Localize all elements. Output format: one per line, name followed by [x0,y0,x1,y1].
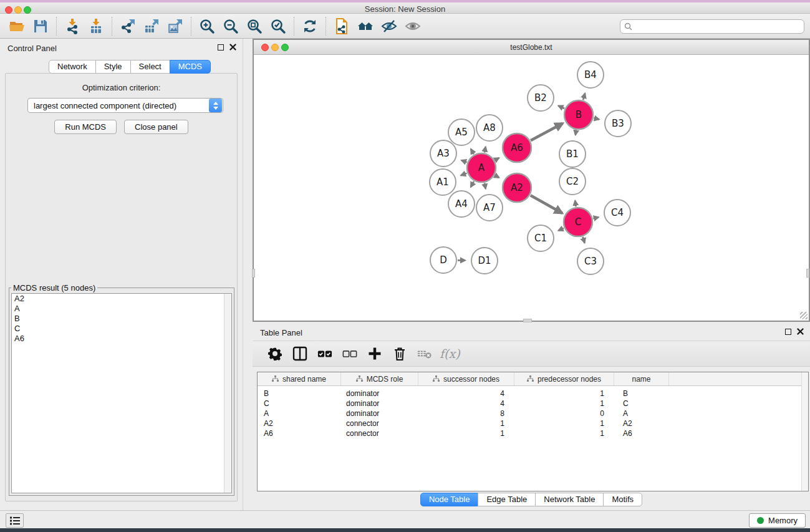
resize-grip[interactable] [800,312,808,319]
table-cell[interactable]: 4 [418,399,514,409]
table-cell[interactable]: B [258,389,341,399]
table-cell[interactable]: connector [341,428,418,438]
table-cell[interactable]: dominator [341,399,418,409]
graph-edge-A-A8[interactable] [485,147,486,152]
close-panel-icon[interactable] [229,44,236,51]
network-from-file-button[interactable] [330,16,354,37]
show-graphics-details-button[interactable] [401,16,425,37]
tab-mcds[interactable]: MCDS [170,60,211,74]
graph-node-A6[interactable]: A6 [503,133,531,162]
table-cell[interactable]: 1 [418,418,514,428]
tab-network[interactable]: Network [49,60,96,74]
graph-node-B1[interactable]: B1 [559,141,586,167]
table-cell[interactable]: A2 [614,418,669,428]
float-panel-icon[interactable] [218,44,224,51]
table-cell[interactable]: C [614,399,669,409]
mcds-result-list[interactable]: A2ABCA6 [11,293,232,493]
graph-edge-C-C1[interactable] [558,228,564,231]
import-table-button[interactable] [84,16,108,37]
column-layout-button[interactable] [287,344,312,364]
graph-edge-A-A4[interactable] [471,181,474,187]
splitter-handle-bottom[interactable] [523,319,532,322]
zoom-selected-button[interactable] [266,16,290,37]
graph-edge-A-A3[interactable] [461,160,467,162]
graph-edge-A-A5[interactable] [471,149,474,154]
export-network-button[interactable] [116,16,140,37]
table-cell[interactable]: A [614,409,669,418]
tab-node-table[interactable]: Node Table [420,493,479,506]
graph-node-A7[interactable]: A7 [476,195,503,221]
graph-node-C3[interactable]: C3 [577,248,604,274]
table-row[interactable]: Cdominator41C [258,399,808,409]
table-scrollbar[interactable] [801,372,808,491]
criterion-dropdown[interactable]: largest connected component (directed) [27,98,223,113]
hide-graphics-details-button[interactable] [377,16,401,37]
tab-edge-table[interactable]: Edge Table [478,493,536,506]
refresh-button[interactable] [298,16,322,37]
table-cell[interactable]: 1 [514,389,614,399]
table-cell[interactable]: C [258,399,341,409]
table-row[interactable]: Bdominator41B [258,389,808,399]
zoom-out-button[interactable] [219,16,243,37]
table-cell[interactable]: 1 [514,428,614,438]
table-row[interactable]: A6connector11A6 [258,428,808,438]
export-table-button[interactable] [140,16,163,37]
zoom-in-button[interactable] [195,16,219,37]
graph-node-A3[interactable]: A3 [430,140,456,167]
column-header-predecessor-nodes[interactable]: predecessor nodes [514,372,614,385]
table-cell[interactable]: A2 [258,418,341,428]
table-row[interactable]: A2connector11A2 [258,418,808,428]
import-network-button[interactable] [60,16,84,37]
select-all-button[interactable] [312,344,337,364]
graph-edge-C-C4[interactable] [593,217,599,218]
export-image-button[interactable] [163,16,187,37]
graph-edge-B-B1[interactable] [576,130,576,135]
home-button[interactable] [354,16,377,37]
graph-node-A5[interactable]: A5 [448,119,475,145]
table-cell[interactable]: 8 [418,409,514,418]
graph-node-B4[interactable]: B4 [577,62,604,88]
network-window-titlebar[interactable]: testGlobe.txt [254,40,809,55]
graph-node-B3[interactable]: B3 [605,110,631,137]
delete-column-button[interactable] [387,344,412,364]
table-cell[interactable]: A [258,409,341,418]
graph-node-A4[interactable]: A4 [448,191,475,217]
tab-motifs[interactable]: Motifs [603,493,642,506]
graph-edge-A6-B[interactable] [531,123,562,141]
graph-node-B2[interactable]: B2 [528,85,554,111]
mcds-result-item[interactable]: A [12,304,231,314]
graph-edge-A-A1[interactable] [461,173,466,176]
graph-node-D1[interactable]: D1 [471,248,498,274]
table-cell[interactable]: dominator [341,409,418,418]
graph-edge-B-B4[interactable] [583,94,585,100]
table-cell[interactable]: connector [341,418,418,428]
table-cell[interactable]: 1 [514,399,614,409]
network-canvas[interactable]: AA1A3A5A8A4A7A6A2BB1B2B3B4CC1C2C3C4DD1 [254,55,809,321]
graph-edge-A-A7[interactable] [485,183,486,188]
memory-button[interactable]: Memory [749,513,806,528]
graph-node-C1[interactable]: C1 [528,225,554,251]
graph-edge-A2-C[interactable] [531,195,562,213]
graph-node-C[interactable]: C [564,208,592,236]
graph-node-A1[interactable]: A1 [430,169,456,195]
table-cell[interactable]: 0 [514,409,614,418]
table-cell[interactable]: 1 [418,428,514,438]
table-cell[interactable]: dominator [341,389,418,399]
result-list-scrollbar[interactable] [224,294,231,493]
graph-edge-C-C2[interactable] [575,201,576,207]
splitter-handle-right[interactable] [806,269,809,278]
close-panel-button[interactable]: Close panel [124,120,188,134]
tab-network-table[interactable]: Network Table [535,493,604,506]
mcds-result-item[interactable]: A2 [12,294,231,304]
graph-node-A8[interactable]: A8 [476,115,503,141]
add-column-button[interactable] [362,344,387,364]
column-header-mcds-role[interactable]: MCDS role [341,372,418,385]
tab-style[interactable]: Style [95,60,131,74]
table-settings-button[interactable] [263,344,287,364]
graph-edge-A-A6[interactable] [495,158,499,160]
open-file-button[interactable] [5,16,29,37]
mcds-result-item[interactable]: B [12,314,231,324]
column-header-successor-nodes[interactable]: successor nodes [418,372,514,385]
run-mcds-button[interactable]: Run MCDS [54,120,117,134]
search-input[interactable] [632,21,804,32]
